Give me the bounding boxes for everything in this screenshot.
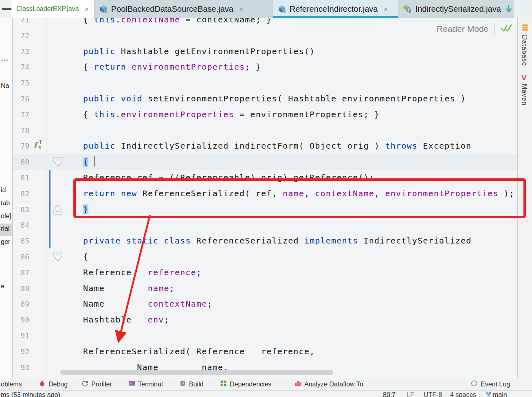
tab-close-icon[interactable]: × [85,5,89,13]
line-number-83[interactable]: 83 [15,202,29,217]
toolwindow-debug[interactable]: Debug [39,378,68,390]
gutter-separator [46,18,46,378]
indent-indicator[interactable]: 4 spaces [450,391,476,397]
code-line-74[interactable]: { return environmentProperties; } [62,59,517,75]
terminal-icon: >_ [128,380,135,388]
line-number-72[interactable]: 72 [15,28,29,44]
line-number-73[interactable]: 73 [15,44,29,59]
caret-position[interactable]: 80:7 [383,391,396,397]
collapsed-project-panel[interactable]: ⋯ Na id tab ole] rial ger e [0,18,13,378]
code-line-78[interactable] [62,123,517,138]
tree-item-fragment[interactable]: Na [1,82,9,90]
code-line-89[interactable]: Name contextName; [62,296,517,312]
line-number-90[interactable]: 90 [15,312,29,328]
line-number-84[interactable]: 84 [15,217,29,233]
code-line-88[interactable]: Name name; [62,281,517,296]
line-number-91[interactable]: 91 [15,328,29,344]
build-hammer-icon [179,380,186,388]
toolwindow-profiler[interactable]: Profiler [81,378,112,390]
tab-classloaderexp[interactable]: ClassLoaderEXP.java × [11,0,95,18]
code-line-84[interactable] [62,217,517,233]
hidden-tabs-down-arrow-icon[interactable] [504,4,513,16]
toolwindow-database[interactable]: Database [521,35,528,66]
line-number-89[interactable]: 89 [15,296,29,312]
code-editor[interactable]: 71 { this.contextName = contextName; }72… [12,18,517,378]
code-line-75[interactable] [62,75,517,91]
toolwindow-analyze-dataflow[interactable]: Analyze Dataflow To [295,378,363,390]
line-number-74[interactable]: 74 [15,59,29,75]
editor-tab-bar: ClassLoaderEXP.java × PoolBackedDataSour… [0,0,532,18]
line-number-85[interactable]: 85 [15,233,29,249]
tree-item-fragment[interactable]: e [1,283,4,290]
tab-close-icon[interactable]: × [383,5,388,13]
toolwindow-build[interactable]: Build [179,378,204,390]
line-separator-indicator[interactable]: LF [407,391,414,397]
event-log-balloon-icon [470,380,478,389]
tree-item-fragment[interactable]: tab [1,200,10,207]
toolwindow-maven[interactable]: Maven [521,84,528,105]
toolwindow-problems-partial[interactable]: oblems [1,378,22,390]
dataflow-barchart-icon [295,380,301,388]
toolwindow-terminal[interactable]: >_ Terminal [128,378,163,390]
tree-item-fragment[interactable]: ger [1,238,10,246]
code-line-87[interactable]: Reference reference; [62,265,517,281]
java-interface-cross-icon [403,5,412,13]
java-class-cube-icon [278,5,286,13]
code-line-85[interactable]: private static class ReferenceSerialized… [62,233,517,249]
text-caret [94,156,95,167]
horizontal-scrollbar-thumb[interactable] [60,370,333,375]
tab-poolbackeddatasourcebase[interactable]: PoolBackedDataSourceBase.java × [95,0,273,18]
code-line-90[interactable]: Hashtable env; [62,312,517,328]
line-number-71[interactable]: 71 [15,18,29,28]
reader-mode-hint[interactable]: Reader Mode [437,23,512,35]
ide-window: 71 { this.contextName = contextName; }72… [0,0,532,397]
tree-item-fragment[interactable]: rial [1,225,9,232]
tree-item-fragment[interactable]: id [1,186,6,194]
encoding-indicator[interactable]: UTF-8 [424,391,442,397]
double-checkmark-icon[interactable] [500,23,512,35]
line-number-75[interactable]: 75 [15,75,29,91]
tab-referenceindirector-active[interactable]: ReferenceIndirector.java × [273,0,398,18]
code-line-81[interactable]: Reference ref = ((Referenceable) orig).g… [62,170,517,186]
line-number-77[interactable]: 77 [15,107,29,123]
code-line-79[interactable]: public IndirectlySerialized indirectForm… [62,138,517,154]
line-number-80[interactable]: 80 [15,154,29,170]
code-line-80[interactable]: { [62,154,517,170]
svg-text:>_: >_ [130,382,134,386]
implements-method-icon[interactable]: fx↑ [33,138,44,154]
tab-indirectlyserialized[interactable]: IndirectlySerialized.java × [398,0,514,18]
line-number-78[interactable]: 78 [15,123,29,138]
line-number-87[interactable]: 87 [15,265,29,281]
code-line-86[interactable]: { [62,249,517,265]
vcs-status-text[interactable]: ms (53 minutes ago) [1,391,60,397]
toolwindow-dependencies[interactable]: Dependencies [220,378,271,390]
line-number-79[interactable]: 79 [15,138,29,154]
tab-close-icon[interactable]: × [239,5,244,13]
tree-item-fragment[interactable]: ole] [1,213,11,220]
panel-divider-handle[interactable] [2,8,12,10]
line-number-81[interactable]: 81 [15,170,29,186]
code-line-91[interactable] [62,328,517,344]
code-line-83[interactable]: } [62,202,517,217]
code-line-82[interactable]: return new ReferenceSerialized( ref, nam… [62,186,517,202]
event-log-item[interactable]: Event Log [470,378,510,390]
line-number-82[interactable]: 82 [15,186,29,202]
code-line-92[interactable]: ReferenceSerialized( Reference reference… [62,344,517,360]
dependencies-squares-icon [220,380,227,388]
code-line-76[interactable]: public void setEnvironmentProperties( Ha… [62,91,517,107]
line-number-93[interactable]: 93 [15,360,29,375]
maven-icon[interactable]: V [521,73,527,82]
more-options-dots-icon[interactable]: ⋯ [1,55,9,65]
line-number-92[interactable]: 92 [15,344,29,360]
reader-mode-label: Reader Mode [437,24,488,34]
line-number-88[interactable]: 88 [15,281,29,296]
line-number-76[interactable]: 76 [15,91,29,107]
database-icon[interactable] [521,24,529,33]
tab-label: ReferenceIndirector.java [290,4,378,14]
git-branch-name[interactable]: main [493,391,507,397]
line-number-86[interactable]: 86 [15,249,29,265]
code-line-77[interactable]: { this.environmentProperties = environme… [62,107,517,123]
code-line-73[interactable]: public Hashtable getEnvironmentPropertie… [62,44,517,59]
reader-mode-divider [494,23,495,35]
git-branch-icon [486,392,491,397]
